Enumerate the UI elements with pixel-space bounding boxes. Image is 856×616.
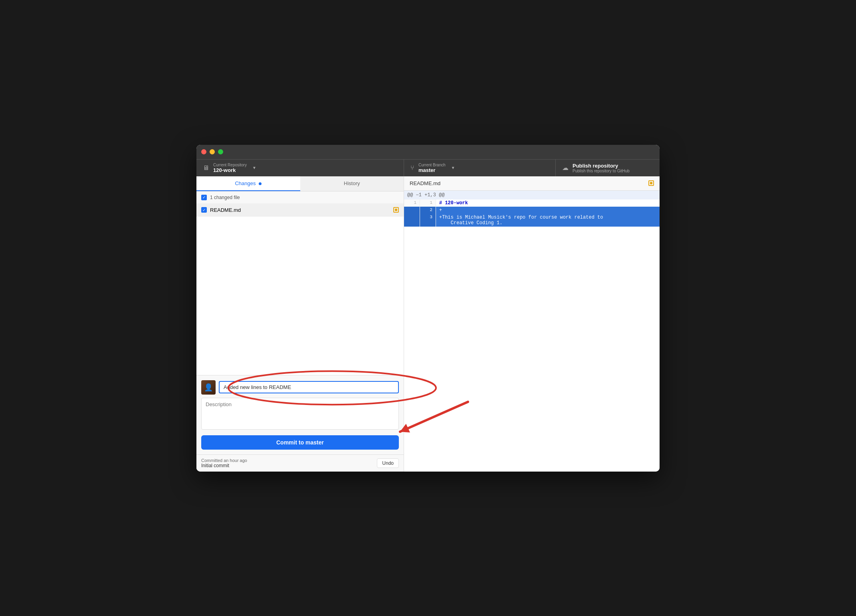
diff-row-1: 1 1 # 120-work <box>404 199 660 207</box>
branch-label-large: master <box>418 167 446 173</box>
right-panel: README.md @@ −1 +1,3 @@ 1 1 <box>404 176 660 472</box>
toolbar: 🖥 Current Repository 120-work ▼ ⑂ Curren… <box>196 159 660 176</box>
diff-line-content-3: +This is Michael Musick's repo for cours… <box>436 214 660 227</box>
file-name: README.md <box>210 207 241 213</box>
diff-hunk-header-text: @@ −1 +1,3 @@ <box>407 192 445 198</box>
commit-description-input[interactable] <box>201 398 399 430</box>
repo-chevron-icon: ▼ <box>252 166 256 170</box>
commit-title-input[interactable] <box>219 381 399 393</box>
commit-button-label: Commit to master <box>276 439 324 446</box>
tab-changes[interactable]: Changes <box>196 176 300 191</box>
branch-chevron-icon: ▼ <box>451 166 455 170</box>
last-commit-info: Committed an hour ago Initial commit <box>201 458 247 468</box>
tab-changes-label: Changes <box>235 180 256 186</box>
last-commit-bar: Committed an hour ago Initial commit Und… <box>196 454 404 472</box>
main-content: Changes History ✓ 1 changed file ✓ <box>196 176 660 472</box>
current-branch-section[interactable]: ⑂ Current Branch master ▼ <box>404 160 556 176</box>
diff-line-content-1: # 120-work <box>436 199 660 207</box>
tab-history-label: History <box>344 180 360 186</box>
changes-dot <box>259 182 262 185</box>
diff-filename: README.md <box>410 180 440 186</box>
publish-label-small: Publish this repository to GitHub <box>573 169 630 173</box>
app-window: 🖥 Current Repository 120-work ▼ ⑂ Curren… <box>196 145 660 472</box>
diff-content: @@ −1 +1,3 @@ 1 1 # 120-work 2 <box>404 191 660 227</box>
file-list-spacer <box>196 217 404 375</box>
diff-modified-indicator <box>648 180 654 186</box>
last-commit-time: Committed an hour ago <box>201 458 247 463</box>
titlebar <box>196 145 660 159</box>
left-panel: Changes History ✓ 1 changed file ✓ <box>196 176 404 472</box>
file-item[interactable]: ✓ README.md <box>196 204 404 217</box>
tab-history[interactable]: History <box>300 176 404 191</box>
branch-label-small: Current Branch <box>418 163 446 167</box>
tabs-bar: Changes History <box>196 176 404 192</box>
avatar: 👤 <box>201 380 216 395</box>
diff-line-content-2: + <box>436 207 660 214</box>
last-commit-message: Initial commit <box>201 463 247 468</box>
publish-icon: ☁ <box>562 164 569 172</box>
minimize-button[interactable] <box>210 149 215 154</box>
file-modified-dot <box>395 209 397 211</box>
diff-old-num-1: 1 <box>404 199 420 207</box>
maximize-button[interactable] <box>218 149 223 154</box>
file-item-left: ✓ README.md <box>201 207 241 213</box>
diff-row-2: 2 + <box>404 207 660 214</box>
diff-row-3: 3 +This is Michael Musick's repo for cou… <box>404 214 660 227</box>
file-count-label: 1 changed file <box>210 195 240 200</box>
undo-button-label: Undo <box>382 460 394 466</box>
publish-repository-section[interactable]: ☁ Publish repository Publish this reposi… <box>556 160 660 176</box>
file-modified-indicator <box>393 207 399 213</box>
diff-hunk-header: @@ −1 +1,3 @@ <box>404 191 660 199</box>
diff-title-text: # 120-work <box>439 200 468 206</box>
select-all-checkbox[interactable]: ✓ <box>201 195 207 200</box>
current-repository-section[interactable]: 🖥 Current Repository 120-work ▼ <box>196 160 404 176</box>
diff-new-num-3: 3 <box>420 214 436 227</box>
file-list-header: ✓ 1 changed file <box>196 192 404 204</box>
repo-label-small: Current Repository <box>213 163 247 167</box>
diff-old-num-3 <box>404 214 420 227</box>
file-checkbox[interactable]: ✓ <box>201 207 207 213</box>
branch-icon: ⑂ <box>410 164 414 172</box>
avatar-image: 👤 <box>201 380 216 395</box>
diff-header: README.md <box>404 176 660 191</box>
diff-new-num-1: 1 <box>420 199 436 207</box>
commit-input-row: 👤 <box>201 380 399 395</box>
diff-modified-dot <box>650 182 652 184</box>
undo-button[interactable]: Undo <box>377 458 399 468</box>
diff-new-num-2: 2 <box>420 207 436 214</box>
commit-button[interactable]: Commit to master <box>201 435 399 450</box>
repo-label-large: 120-work <box>213 167 247 173</box>
diff-old-num-2 <box>404 207 420 214</box>
publish-label-large: Publish repository <box>573 163 630 169</box>
repository-icon: 🖥 <box>203 164 209 172</box>
commit-area: 👤 Commit to master <box>196 375 404 454</box>
close-button[interactable] <box>201 149 206 154</box>
